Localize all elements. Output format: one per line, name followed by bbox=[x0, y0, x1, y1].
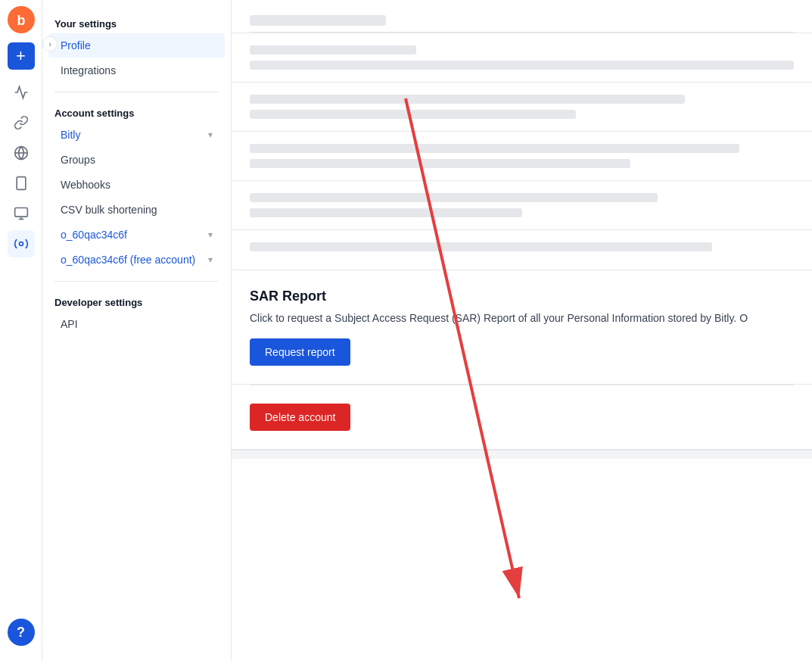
sar-report-section: SAR Report Click to request a Subject Ac… bbox=[232, 270, 812, 385]
api-label: API bbox=[61, 318, 78, 330]
sidebar-item-webhooks[interactable]: Webhooks bbox=[48, 173, 225, 197]
links-icon-button[interactable] bbox=[8, 109, 35, 136]
content-row-4 bbox=[232, 181, 812, 230]
placeholder-bar-4 bbox=[250, 95, 685, 104]
csv-label: CSV bulk shortening bbox=[61, 204, 157, 216]
sar-report-title: SAR Report bbox=[250, 288, 794, 304]
placeholder-bar-2 bbox=[250, 45, 416, 55]
placeholder-bar-8 bbox=[250, 193, 658, 202]
developer-settings-title: Developer settings bbox=[42, 291, 231, 311]
integrations-label: Integrations bbox=[61, 64, 116, 76]
add-button[interactable]: + bbox=[8, 42, 35, 70]
delete-account-button[interactable]: Delete account bbox=[250, 404, 350, 431]
plus-icon: + bbox=[16, 46, 26, 66]
request-report-button[interactable]: Request report bbox=[250, 338, 350, 366]
delete-account-section: Delete account bbox=[232, 385, 812, 450]
sidebar-item-profile[interactable]: Profile bbox=[48, 33, 225, 58]
sidebar-divider-1 bbox=[54, 92, 219, 92]
groups-label: Groups bbox=[61, 154, 95, 166]
placeholder-bar-10 bbox=[250, 242, 712, 251]
sidebar-item-csv[interactable]: CSV bulk shortening bbox=[48, 198, 225, 222]
content-row-5 bbox=[232, 230, 812, 270]
top-placeholder-area bbox=[232, 15, 812, 33]
placeholder-bar-9 bbox=[250, 208, 522, 217]
mobile-icon-button[interactable] bbox=[8, 170, 35, 197]
svg-rect-6 bbox=[14, 208, 27, 217]
placeholder-divider-1 bbox=[250, 32, 794, 33]
help-icon: ? bbox=[17, 625, 25, 641]
placeholder-bar-7 bbox=[250, 159, 630, 168]
placeholder-bar-6 bbox=[250, 144, 739, 153]
sidebar-item-org1[interactable]: o_60qac34c6f ▾ bbox=[48, 223, 225, 247]
chevron-down-icon-3: ▾ bbox=[208, 254, 213, 265]
main-content: SAR Report Click to request a Subject Ac… bbox=[232, 0, 812, 661]
webhooks-label: Webhooks bbox=[61, 179, 110, 191]
globe-icon-button[interactable] bbox=[8, 139, 35, 167]
horizontal-scrollbar[interactable] bbox=[232, 450, 812, 459]
help-button[interactable]: ? bbox=[8, 619, 35, 646]
sidebar-collapse-button[interactable]: › bbox=[42, 36, 58, 51]
content-row-1 bbox=[232, 33, 812, 83]
sidebar-item-api[interactable]: API bbox=[48, 312, 225, 336]
org1-label: o_60qac34c6f bbox=[61, 229, 127, 241]
icon-bar: b + ? bbox=[0, 0, 42, 661]
campaign-icon-button[interactable] bbox=[8, 200, 35, 227]
settings-sidebar: Your settings Profile Integrations Accou… bbox=[42, 0, 232, 661]
your-settings-title: Your settings bbox=[42, 12, 231, 33]
account-settings-title: Account settings bbox=[42, 101, 231, 122]
icon-bar-bottom: ? bbox=[8, 619, 35, 655]
settings-icon-button[interactable] bbox=[8, 230, 35, 257]
sidebar-divider-2 bbox=[54, 281, 219, 282]
analytics-icon-button[interactable] bbox=[8, 79, 35, 106]
svg-point-9 bbox=[19, 242, 23, 246]
svg-text:b: b bbox=[17, 13, 25, 28]
bitly-label: Bitly bbox=[61, 129, 80, 141]
chevron-down-icon-2: ▾ bbox=[208, 229, 213, 240]
chevron-down-icon: ▾ bbox=[208, 129, 213, 140]
sar-report-description: Click to request a Subject Access Reques… bbox=[250, 310, 794, 326]
sidebar-item-bitly[interactable]: Bitly ▾ bbox=[48, 123, 225, 147]
chevron-right-icon: › bbox=[48, 39, 51, 48]
sidebar-item-integrations[interactable]: Integrations bbox=[48, 58, 225, 83]
content-row-2 bbox=[232, 83, 812, 132]
placeholder-bar-1 bbox=[250, 15, 386, 26]
profile-label: Profile bbox=[61, 39, 91, 51]
content-row-3 bbox=[232, 132, 812, 181]
placeholder-bar-3 bbox=[250, 61, 794, 70]
sidebar-item-groups[interactable]: Groups bbox=[48, 148, 225, 172]
org2-label: o_60qac34c6f (free account) bbox=[61, 254, 195, 266]
app-logo[interactable]: b bbox=[8, 6, 35, 36]
placeholder-bar-5 bbox=[250, 110, 576, 119]
sidebar-item-org2[interactable]: o_60qac34c6f (free account) ▾ bbox=[48, 248, 225, 272]
